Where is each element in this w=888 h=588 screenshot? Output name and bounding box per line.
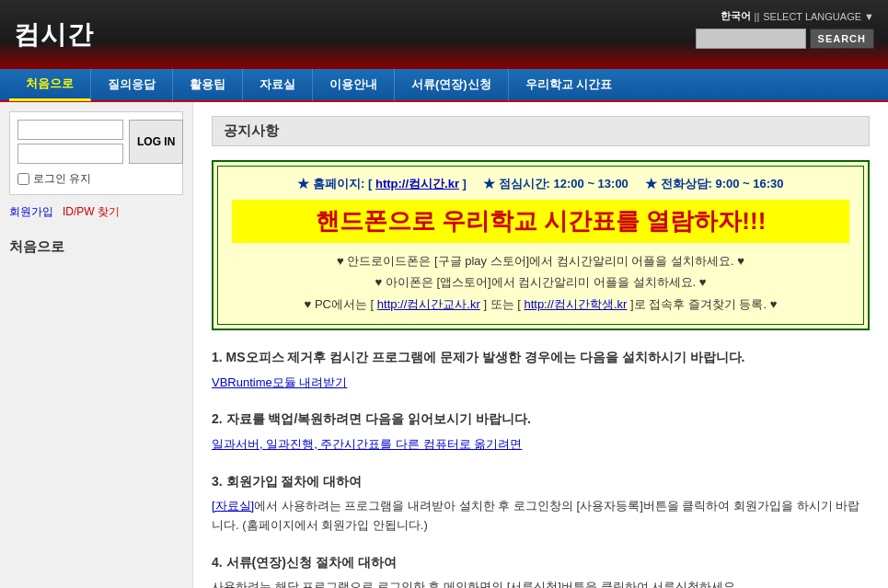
login-form: LOG IN 로그인 유지 (9, 111, 183, 195)
search-button[interactable]: SEARCH (810, 29, 874, 49)
lang-korean: 한국어 (721, 9, 751, 23)
header: 컴시간 한국어 || SELECT LANGUAGE ▼ SEARCH (0, 0, 888, 69)
nav-item-files[interactable]: 자료실 (243, 68, 313, 101)
lang-bar: 한국어 || SELECT LANGUAGE ▼ (721, 9, 874, 23)
nav-item-qna[interactable]: 질의응답 (91, 68, 173, 101)
section-1: 1. MS오피스 제거후 컴시간 프로그램에 문제가 발생한 경우에는 다음을 … (212, 347, 870, 392)
login-form-row: LOG IN (17, 120, 175, 167)
teacher-site-link[interactable]: http://컴시간교사.kr (377, 297, 480, 311)
sidebar-menu-title: 처음으로 (9, 234, 183, 260)
section-4-body: 사용하려는 해당 프로그램으로 로그인한 후 메인화면의 [서류신청]버튼을 클… (212, 578, 870, 588)
section-3-heading: 3. 회원가입 절차에 대하여 (212, 471, 870, 491)
vbruntime-link[interactable]: VBRuntime모듈 내려받기 (212, 375, 347, 389)
files-link[interactable]: [자료실] (212, 499, 254, 513)
lang-select-label[interactable]: SELECT LANGUAGE ▼ (763, 11, 874, 22)
section-2-heading: 2. 자료를 백업/복원하려면 다음을 읽어보시기 바랍니다. (212, 409, 870, 429)
search-input[interactable] (696, 29, 806, 49)
sidebar-links: 회원가입 ID/PW 찾기 (9, 204, 183, 220)
remember-me-label: 로그인 유지 (33, 171, 91, 187)
lang-separator: || (755, 11, 760, 22)
student-site-link[interactable]: http://컴시간학생.kr (524, 297, 627, 311)
page-title: 공지사항 (212, 116, 870, 146)
nav-item-tips[interactable]: 활용팁 (173, 68, 243, 101)
search-bar: SEARCH (696, 29, 874, 49)
header-right: 한국어 || SELECT LANGUAGE ▼ SEARCH (696, 9, 874, 49)
notice-sub-line-2: ♥ 아이폰은 [앱스토어]에서 컴시간알리미 어플을 설치하세요. ♥ (232, 271, 849, 293)
section-3: 3. 회원가입 절차에 대하여 [자료실]에서 사용하려는 프로그램을 내려받아… (212, 471, 870, 536)
homepage-link[interactable]: http://컴시간.kr (375, 177, 459, 190)
find-id-link[interactable]: ID/PW 찾기 (63, 205, 120, 218)
content: 공지사항 ★ 홈페이지: [ http://컴시간.kr ] ★ 점심시간: 1… (193, 102, 888, 588)
section-4-heading: 4. 서류(연장)신청 절차에 대하여 (212, 552, 870, 572)
sidebar: LOG IN 로그인 유지 회원가입 ID/PW 찾기 처음으로 (0, 102, 193, 588)
username-input[interactable] (17, 120, 123, 140)
notice-main-title: 핸드폰으로 우리학교 시간표를 열람하자!!! (232, 200, 849, 243)
notice-outer-box: ★ 홈페이지: [ http://컴시간.kr ] ★ 점심시간: 12:00 … (212, 160, 870, 330)
nav: 처음으로 질의응답 활용팁 자료실 이용안내 서류(연장)신청 우리학교 시간표 (0, 69, 888, 102)
notice-inner-box: ★ 홈페이지: [ http://컴시간.kr ] ★ 점심시간: 12:00 … (217, 166, 864, 325)
notice-top-line: ★ 홈페이지: [ http://컴시간.kr ] ★ 점심시간: 12:00 … (232, 176, 849, 192)
site-title: 컴시간 (14, 17, 94, 52)
notice-sub-line-3: ♥ PC에서는 [ http://컴시간교사.kr ] 또는 [ http://… (232, 294, 849, 315)
backup-link[interactable]: 일과서버, 일과진행, 주간시간표를 다른 컴퓨터로 옮기려면 (212, 437, 522, 451)
login-inputs (17, 120, 123, 167)
nav-item-home[interactable]: 처음으로 (9, 68, 91, 101)
nav-item-timetable[interactable]: 우리학교 시간표 (509, 68, 629, 101)
section-4: 4. 서류(연장)신청 절차에 대하여 사용하려는 해당 프로그램으로 로그인한… (212, 552, 870, 588)
register-link[interactable]: 회원가입 (9, 205, 53, 218)
nav-item-guide[interactable]: 이용안내 (313, 68, 395, 101)
login-button[interactable]: LOG IN (129, 120, 183, 164)
password-input[interactable] (17, 144, 123, 164)
notice-sub: ♥ 안드로이드폰은 [구글 play 스토어]에서 컴시간알리미 어플을 설치하… (232, 250, 849, 315)
notice-sub-line-1: ♥ 안드로이드폰은 [구글 play 스토어]에서 컴시간알리미 어플을 설치하… (232, 250, 849, 271)
section-2: 2. 자료를 백업/복원하려면 다음을 읽어보시기 바랍니다. 일과서버, 일과… (212, 409, 870, 454)
section-3-body: [자료실]에서 사용하려는 프로그램을 내려받아 설치한 후 로그인창의 [사용… (212, 497, 870, 536)
remember-me-row: 로그인 유지 (17, 171, 175, 187)
nav-item-apply[interactable]: 서류(연장)신청 (395, 68, 509, 101)
main: LOG IN 로그인 유지 회원가입 ID/PW 찾기 처음으로 공지사항 ★ … (0, 102, 888, 588)
remember-me-checkbox[interactable] (17, 173, 29, 185)
section-1-heading: 1. MS오피스 제거후 컴시간 프로그램에 문제가 발생한 경우에는 다음을 … (212, 347, 870, 367)
